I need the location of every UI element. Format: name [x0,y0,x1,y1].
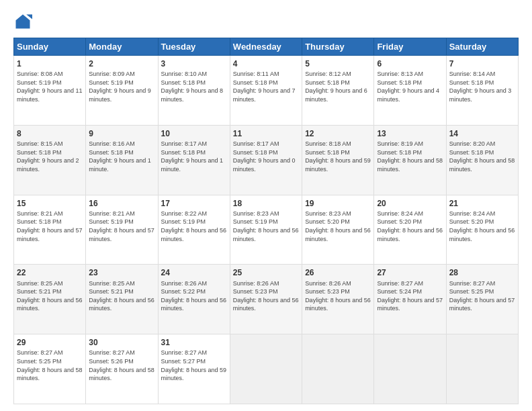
calendar-cell: 3Sunrise: 8:10 AMSunset: 5:18 PMDaylight… [158,56,230,126]
calendar-cell: 1Sunrise: 8:08 AMSunset: 5:19 PMDaylight… [14,56,86,126]
day-number: 4 [233,58,299,69]
cell-text: Sunrise: 8:23 AMSunset: 5:19 PMDaylight:… [233,210,299,242]
cell-text: Sunrise: 8:27 AMSunset: 5:24 PMDaylight:… [377,280,443,312]
calendar-cell: 23Sunrise: 8:25 AMSunset: 5:21 PMDayligh… [86,265,158,334]
day-number: 19 [305,198,371,209]
day-number: 20 [377,198,443,209]
calendar-cell: 13Sunrise: 8:19 AMSunset: 5:18 PMDayligh… [374,125,446,195]
day-number: 6 [377,58,443,69]
calendar-week: 29Sunrise: 8:27 AMSunset: 5:25 PMDayligh… [14,334,519,404]
calendar-cell: 22Sunrise: 8:25 AMSunset: 5:21 PMDayligh… [14,265,86,334]
calendar-cell: 11Sunrise: 8:17 AMSunset: 5:18 PMDayligh… [230,125,302,195]
calendar-cell: 10Sunrise: 8:17 AMSunset: 5:18 PMDayligh… [158,125,230,195]
day-number: 12 [305,128,371,139]
calendar-cell [302,334,374,404]
calendar-cell [374,334,446,404]
calendar-cell: 30Sunrise: 8:27 AMSunset: 5:26 PMDayligh… [86,334,158,404]
day-number: 7 [449,58,515,69]
calendar-cell [230,334,302,404]
cell-text: Sunrise: 8:25 AMSunset: 5:21 PMDaylight:… [17,280,83,312]
day-number: 10 [161,128,227,139]
day-number: 29 [17,337,83,348]
cell-text: Sunrise: 8:15 AMSunset: 5:18 PMDaylight:… [17,140,79,173]
calendar-cell: 2Sunrise: 8:09 AMSunset: 5:19 PMDaylight… [86,56,158,126]
calendar-cell: 16Sunrise: 8:21 AMSunset: 5:19 PMDayligh… [86,195,158,265]
day-number: 15 [17,198,83,209]
day-number: 18 [233,198,299,209]
logo-icon [13,12,32,31]
calendar-cell: 8Sunrise: 8:15 AMSunset: 5:18 PMDaylight… [14,125,86,195]
cell-text: Sunrise: 8:26 AMSunset: 5:22 PMDaylight:… [161,280,227,312]
calendar-cell: 6Sunrise: 8:13 AMSunset: 5:18 PMDaylight… [374,56,446,126]
calendar-table: SundayMondayTuesdayWednesdayThursdayFrid… [13,38,519,404]
header-day: Monday [86,38,158,56]
calendar-cell: 12Sunrise: 8:18 AMSunset: 5:18 PMDayligh… [302,125,374,195]
calendar-body: 1Sunrise: 8:08 AMSunset: 5:19 PMDaylight… [14,56,519,404]
day-number: 2 [89,58,154,69]
day-number: 3 [161,58,227,69]
calendar-week: 22Sunrise: 8:25 AMSunset: 5:21 PMDayligh… [14,265,519,334]
cell-text: Sunrise: 8:18 AMSunset: 5:18 PMDaylight:… [305,140,371,173]
cell-text: Sunrise: 8:26 AMSunset: 5:23 PMDaylight:… [233,280,299,312]
header [13,12,519,31]
cell-text: Sunrise: 8:27 AMSunset: 5:27 PMDaylight:… [161,349,227,381]
day-number: 22 [17,267,83,278]
day-number: 16 [89,198,154,209]
logo [13,12,35,31]
calendar-week: 1Sunrise: 8:08 AMSunset: 5:19 PMDaylight… [14,56,519,126]
header-day: Tuesday [158,38,230,56]
cell-text: Sunrise: 8:24 AMSunset: 5:20 PMDaylight:… [449,210,515,242]
day-number: 13 [377,128,443,139]
calendar-cell: 15Sunrise: 8:21 AMSunset: 5:18 PMDayligh… [14,195,86,265]
cell-text: Sunrise: 8:08 AMSunset: 5:19 PMDaylight:… [17,71,83,103]
day-number: 26 [305,267,371,278]
calendar-cell: 21Sunrise: 8:24 AMSunset: 5:20 PMDayligh… [446,195,518,265]
calendar-cell: 19Sunrise: 8:23 AMSunset: 5:20 PMDayligh… [302,195,374,265]
cell-text: Sunrise: 8:12 AMSunset: 5:18 PMDaylight:… [305,71,367,103]
cell-text: Sunrise: 8:21 AMSunset: 5:19 PMDaylight:… [89,210,154,242]
calendar-cell: 5Sunrise: 8:12 AMSunset: 5:18 PMDaylight… [302,56,374,126]
cell-text: Sunrise: 8:26 AMSunset: 5:23 PMDaylight:… [305,280,371,312]
day-number: 11 [233,128,299,139]
calendar-week: 15Sunrise: 8:21 AMSunset: 5:18 PMDayligh… [14,195,519,265]
calendar-cell: 29Sunrise: 8:27 AMSunset: 5:25 PMDayligh… [14,334,86,404]
calendar-cell: 17Sunrise: 8:22 AMSunset: 5:19 PMDayligh… [158,195,230,265]
day-number: 30 [89,337,154,348]
cell-text: Sunrise: 8:21 AMSunset: 5:18 PMDaylight:… [17,210,83,242]
cell-text: Sunrise: 8:27 AMSunset: 5:25 PMDaylight:… [449,280,515,312]
calendar-cell: 18Sunrise: 8:23 AMSunset: 5:19 PMDayligh… [230,195,302,265]
cell-text: Sunrise: 8:22 AMSunset: 5:19 PMDaylight:… [161,210,227,242]
cell-text: Sunrise: 8:19 AMSunset: 5:18 PMDaylight:… [377,140,443,173]
day-number: 23 [89,267,154,278]
day-number: 5 [305,58,371,69]
day-number: 25 [233,267,299,278]
page: SundayMondayTuesdayWednesdayThursdayFrid… [0,0,532,411]
calendar-cell: 26Sunrise: 8:26 AMSunset: 5:23 PMDayligh… [302,265,374,334]
header-day: Sunday [14,38,86,56]
cell-text: Sunrise: 8:11 AMSunset: 5:18 PMDaylight:… [233,71,296,103]
cell-text: Sunrise: 8:14 AMSunset: 5:18 PMDaylight:… [449,71,512,103]
calendar-cell: 7Sunrise: 8:14 AMSunset: 5:18 PMDaylight… [446,56,518,126]
day-number: 17 [161,198,227,209]
header-day: Thursday [302,38,374,56]
calendar-week: 8Sunrise: 8:15 AMSunset: 5:18 PMDaylight… [14,125,519,195]
cell-text: Sunrise: 8:17 AMSunset: 5:18 PMDaylight:… [233,140,296,173]
calendar-cell: 27Sunrise: 8:27 AMSunset: 5:24 PMDayligh… [374,265,446,334]
cell-text: Sunrise: 8:09 AMSunset: 5:19 PMDaylight:… [89,71,151,103]
cell-text: Sunrise: 8:10 AMSunset: 5:18 PMDaylight:… [161,71,224,103]
cell-text: Sunrise: 8:23 AMSunset: 5:20 PMDaylight:… [305,210,371,242]
header-day: Wednesday [230,38,302,56]
calendar-cell: 28Sunrise: 8:27 AMSunset: 5:25 PMDayligh… [446,265,518,334]
day-number: 27 [377,267,443,278]
calendar-cell: 20Sunrise: 8:24 AMSunset: 5:20 PMDayligh… [374,195,446,265]
calendar-header: SundayMondayTuesdayWednesdayThursdayFrid… [14,38,519,56]
cell-text: Sunrise: 8:20 AMSunset: 5:18 PMDaylight:… [449,140,515,173]
day-number: 28 [449,267,515,278]
day-number: 14 [449,128,515,139]
calendar-cell: 4Sunrise: 8:11 AMSunset: 5:18 PMDaylight… [230,56,302,126]
day-number: 9 [89,128,154,139]
cell-text: Sunrise: 8:27 AMSunset: 5:25 PMDaylight:… [17,349,83,381]
calendar-cell: 25Sunrise: 8:26 AMSunset: 5:23 PMDayligh… [230,265,302,334]
cell-text: Sunrise: 8:13 AMSunset: 5:18 PMDaylight:… [377,71,439,103]
calendar-cell: 31Sunrise: 8:27 AMSunset: 5:27 PMDayligh… [158,334,230,404]
